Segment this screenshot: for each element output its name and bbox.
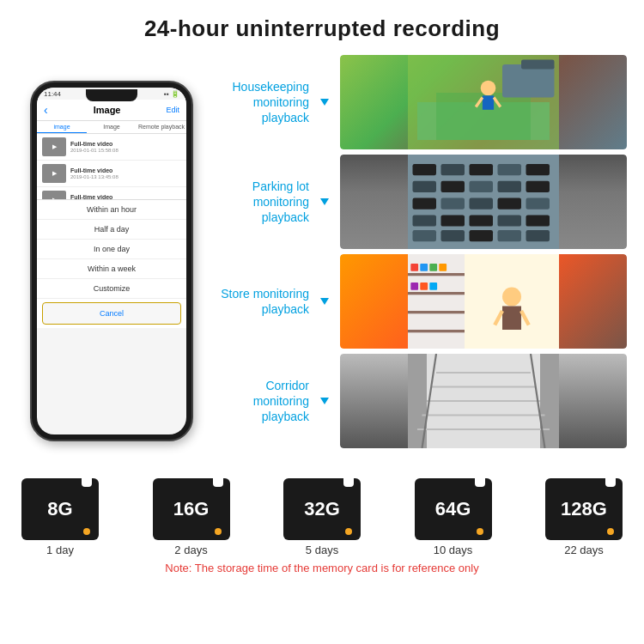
dropdown-overlay: Within an hour Half a day In one day Wit… (37, 199, 186, 328)
sd-days-128g: 22 days (564, 544, 604, 556)
svg-rect-38 (408, 292, 465, 295)
sd-notch-128g (605, 478, 616, 487)
svg-rect-15 (413, 181, 437, 192)
phone-section: 11:44 ▪▪ 🔋 ‹ Image Edit image Image Remo… (17, 51, 206, 471)
monitor-row-4: Corridor monitoringplayback (215, 354, 627, 448)
video-date-1: 2019-01-01 15:58:08 (70, 148, 118, 153)
sd-days-8g: 1 day (46, 544, 74, 556)
svg-rect-44 (439, 264, 447, 271)
svg-rect-22 (470, 198, 494, 210)
dropdown-item-1[interactable]: Within an hour (37, 200, 186, 220)
svg-rect-25 (413, 215, 437, 226)
sd-days-64g: 10 days (434, 544, 473, 556)
svg-rect-14 (526, 164, 550, 175)
video-info-2: Full-time video 2019-01-13 13:45:08 (70, 167, 118, 179)
svg-rect-46 (420, 283, 428, 290)
corridor-svg (340, 354, 627, 448)
sd-label-16g: 16G (173, 498, 210, 520)
dropdown-item-4[interactable]: Within a week (37, 259, 186, 279)
main-content: 11:44 ▪▪ 🔋 ‹ Image Edit image Image Remo… (0, 51, 644, 471)
svg-rect-47 (429, 283, 437, 290)
sd-card-item-64g: 64G 10 days (415, 478, 492, 556)
dropdown-cancel[interactable]: Cancel (42, 302, 181, 325)
svg-rect-31 (441, 230, 465, 241)
page-title: 24-hour uninterrupted recording (17, 15, 627, 42)
nav-title: Image (94, 105, 121, 115)
monitor-img-2 (340, 155, 627, 249)
screen-tabs: image Image Remote playback (37, 121, 186, 134)
sd-card-icon-64g: 64G (415, 478, 492, 540)
sd-notch-32g (343, 478, 354, 487)
sd-notch-8g (82, 478, 92, 487)
monitor-img-3 (340, 254, 627, 349)
monitor-label-4: Corridor monitoringplayback (215, 378, 309, 425)
corridor-photo (340, 354, 627, 448)
monitor-arrow-2 (316, 198, 333, 205)
arrow-tip-2 (320, 198, 329, 205)
sd-label-128g: 128G (561, 498, 607, 520)
svg-rect-13 (498, 164, 522, 175)
housekeeping-photo (340, 55, 627, 149)
svg-rect-28 (498, 215, 522, 226)
monitor-row-1: Housekeepingmonitoring playback (215, 55, 627, 149)
svg-rect-16 (441, 181, 465, 192)
sd-card-item-32g: 32G 5 days (283, 478, 361, 556)
video-info-1: Full-time video 2019-01-01 15:58:08 (70, 141, 118, 153)
store-photo (340, 254, 627, 349)
sd-label-32g: 32G (304, 498, 340, 520)
dropdown-item-5[interactable]: Customize (37, 279, 186, 299)
sd-card-icon-32g: 32G (283, 478, 361, 540)
video-list-item: Full-time video 2019-01-01 15:58:08 (37, 134, 186, 161)
dropdown-item-3[interactable]: In one day (37, 240, 186, 259)
store-svg (340, 254, 627, 349)
nav-back[interactable]: ‹ (44, 103, 48, 117)
bottom-section: 8G 1 day 16G 2 days 32G 5 days 64G 10 da… (0, 471, 644, 574)
monitor-label-2: Parking lotmonitoring playback (215, 179, 309, 226)
sd-days-16g: 2 days (174, 544, 207, 556)
svg-rect-3 (502, 64, 555, 98)
tab-image2[interactable]: Image (87, 121, 137, 133)
svg-rect-37 (408, 273, 465, 276)
svg-rect-12 (470, 164, 494, 175)
tab-image[interactable]: image (37, 121, 87, 133)
sd-label-8g: 8G (47, 498, 72, 520)
sd-card-item-128g: 128G 22 days (545, 478, 623, 556)
video-date-2: 2019-01-13 13:45:08 (70, 174, 118, 179)
svg-rect-32 (470, 230, 494, 241)
svg-point-48 (502, 288, 521, 307)
sd-days-32g: 5 days (306, 544, 338, 556)
phone-status-icons: ▪▪ 🔋 (164, 90, 179, 98)
svg-rect-41 (410, 264, 418, 271)
video-thumb-1 (42, 137, 66, 156)
svg-rect-49 (502, 307, 521, 331)
parking-photo (340, 155, 627, 249)
monitor-img-1 (340, 55, 627, 149)
svg-rect-39 (408, 311, 465, 313)
svg-rect-20 (413, 198, 437, 210)
svg-rect-45 (410, 283, 418, 290)
sd-notch-64g (475, 478, 485, 487)
screen-navbar: ‹ Image Edit (37, 100, 186, 121)
phone-notch (86, 89, 137, 101)
tab-remote[interactable]: Remote playback (137, 121, 186, 133)
dropdown-item-2[interactable]: Half a day (37, 220, 186, 240)
video-list-item-2: Full-time video 2019-01-13 13:45:08 (37, 161, 186, 187)
svg-rect-27 (470, 215, 494, 226)
monitor-arrow-4 (316, 398, 333, 404)
svg-rect-24 (526, 198, 550, 210)
svg-rect-30 (413, 230, 437, 241)
video-title-1: Full-time video (70, 141, 118, 147)
monitor-label-1: Housekeepingmonitoring playback (215, 79, 309, 126)
video-thumb-2 (42, 164, 66, 183)
svg-rect-19 (526, 181, 550, 192)
arrow-tip-1 (320, 99, 329, 106)
svg-rect-40 (408, 330, 465, 332)
monitor-img-4 (340, 354, 627, 448)
svg-rect-29 (526, 215, 550, 226)
svg-rect-18 (498, 181, 522, 192)
sd-card-icon-128g: 128G (545, 478, 623, 540)
monitor-row-3: Store monitoringplayback (215, 254, 627, 349)
svg-rect-17 (470, 181, 494, 192)
nav-edit[interactable]: Edit (166, 106, 179, 114)
svg-rect-33 (498, 230, 522, 241)
